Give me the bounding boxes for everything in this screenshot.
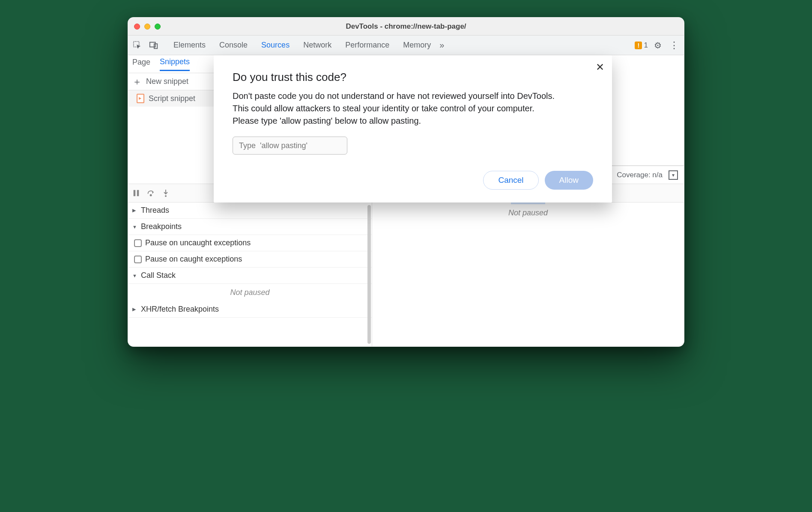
checkbox-icon[interactable] [134,256,142,263]
checkbox-pause-caught[interactable]: Pause on caught exceptions [128,251,372,268]
new-snippet-label[interactable]: New snippet [146,77,188,86]
collapse-icon: ▼ [132,224,137,229]
tab-sources[interactable]: Sources [260,36,290,54]
new-snippet-plus-icon[interactable]: ＋ [132,75,142,88]
not-paused-label: Not paused [508,208,548,217]
svg-point-5 [150,194,152,196]
more-menu-icon[interactable]: ⋮ [668,40,681,51]
cancel-button[interactable]: Cancel [483,171,538,190]
tab-performance[interactable]: Performance [344,36,390,54]
window-title: DevTools - chrome://new-tab-page/ [128,22,684,31]
step-into-icon[interactable] [162,189,169,197]
main-tabs: Elements Console Sources Network Perform… [173,36,432,54]
dialog-close-icon[interactable]: ✕ [596,61,604,73]
warning-count: 1 [644,41,648,49]
pane-label: Threads [141,206,169,215]
pane-label: Breakpoints [141,222,182,231]
collapse-icon: ▼ [132,273,137,278]
pane-xhr-breakpoints[interactable]: ▶ XHR/fetch Breakpoints [128,301,372,318]
expand-icon: ▶ [132,307,137,312]
dialog-title: Do you trust this code? [233,71,593,84]
more-tabs-chevron-icon[interactable]: » [439,40,444,50]
scrollbar[interactable] [367,205,371,344]
expand-icon: ▶ [132,208,137,213]
svg-rect-4 [137,190,139,196]
tab-console[interactable]: Console [218,36,248,54]
window-controls [134,24,161,30]
warning-badge[interactable]: ! 1 [635,41,648,50]
checkbox-icon[interactable] [134,239,142,247]
allow-button[interactable]: Allow [545,171,593,190]
snippet-item-label: Script snippet [149,94,195,103]
allow-pasting-input[interactable] [233,137,347,155]
pane-label: XHR/fetch Breakpoints [141,305,219,314]
minimize-window-button[interactable] [144,24,150,30]
coverage-label: Coverage: n/a [617,171,663,179]
dialog-body: Don't paste code you do not understand o… [233,90,558,127]
pane-breakpoints[interactable]: ▼ Breakpoints [128,219,372,235]
checkbox-label: Pause on uncaught exceptions [145,238,251,247]
devtools-window: DevTools - chrome://new-tab-page/ Elemen… [128,17,684,347]
trust-code-dialog: ✕ Do you trust this code? Don't paste co… [214,55,612,202]
tab-network[interactable]: Network [302,36,332,54]
scope-watch-pane: Not paused [372,202,684,346]
svg-rect-3 [134,190,136,196]
device-toolbar-icon[interactable] [148,39,160,51]
pane-label: Call Stack [141,271,176,280]
sidebar-tab-snippets[interactable]: Snippets [160,57,190,71]
snippet-file-icon [137,94,144,103]
checkbox-label: Pause on caught exceptions [145,255,242,264]
pause-icon[interactable] [132,189,140,197]
coverage-toggle-icon[interactable]: ▾ [669,170,678,180]
settings-gear-icon[interactable]: ⚙ [654,40,662,51]
svg-point-6 [165,195,167,197]
debugger-panes: ▶ Threads ▼ Breakpoints Pause on uncaugh… [128,202,372,346]
call-stack-status: Not paused [128,284,372,301]
zoom-window-button[interactable] [155,24,161,30]
close-window-button[interactable] [134,24,140,30]
tab-memory[interactable]: Memory [402,36,432,54]
checkbox-pause-uncaught[interactable]: Pause on uncaught exceptions [128,235,372,251]
pane-call-stack[interactable]: ▼ Call Stack [128,268,372,284]
step-over-icon[interactable] [147,189,155,197]
pane-threads[interactable]: ▶ Threads [128,202,372,219]
tab-elements[interactable]: Elements [173,36,206,54]
main-tabstrip: Elements Console Sources Network Perform… [128,36,684,55]
titlebar: DevTools - chrome://new-tab-page/ [128,18,684,36]
inspect-element-icon[interactable] [131,39,143,51]
sidebar-tab-page[interactable]: Page [132,58,150,70]
